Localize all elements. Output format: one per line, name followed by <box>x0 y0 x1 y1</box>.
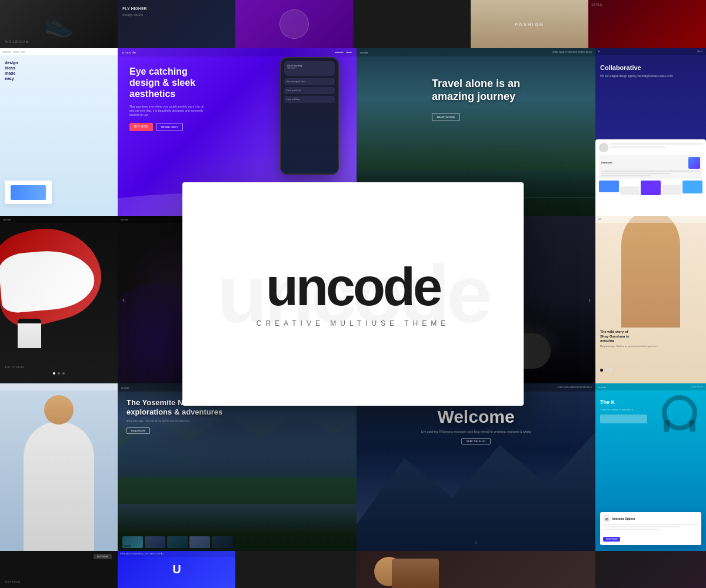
screenshot-top5: STYLE <box>588 0 706 48</box>
screenshot-bottom3 <box>357 551 595 588</box>
screenshot-r4c4: uncode HOME PAGES The K There are articl… <box>595 383 706 551</box>
screenshot-r3c4: UN The wild story ofShay Garnham isamazi… <box>595 216 706 383</box>
center-modal: uncode uncode CREATIVE MULTIUSE THEME <box>182 182 524 406</box>
screenshot-top2: FLY HIGHERdesign studio <box>118 0 235 48</box>
screenshot-top1: 👟 AIR JORDAN <box>0 0 118 48</box>
screenshot-r4c1 <box>0 383 118 551</box>
screenshot-top3 <box>235 0 353 48</box>
modal-subtitle: CREATIVE MULTIUSE THEME <box>257 319 449 328</box>
screenshot-r3c1: AIR JORDAN uncode <box>0 216 118 383</box>
modal-logo: uncode <box>266 260 440 313</box>
screenshot-bottom4 <box>595 551 706 588</box>
screenshot-r4c2: uncode ARTS TRAVEL WILDERNESS The Yosemi… <box>118 383 357 551</box>
screenshot-bottom2: U HOME ABOUT US WORKS CLIENTS NEWS CONTA… <box>118 551 235 588</box>
screenshot-bottom1: BUY NOW SHOP EXTRA <box>0 551 118 588</box>
screenshot-top4: FASHION <box>471 0 588 48</box>
screenshot-r4c3: uncode HOME PAGES FEATURES WORKS BLOG We… <box>357 383 595 551</box>
screenshot-r2c1: designideasmadeeasy <box>0 48 118 216</box>
screenshot-r2c4: U PAGES Collaborative We are a digital d… <box>595 48 706 216</box>
